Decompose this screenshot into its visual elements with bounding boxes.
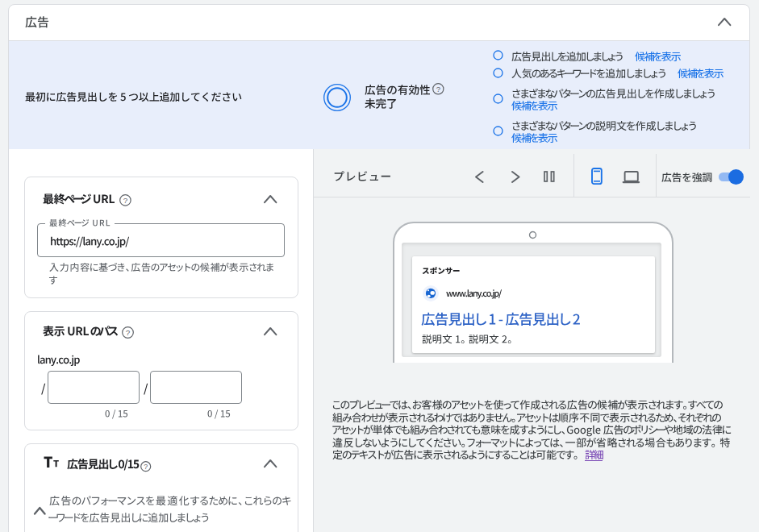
svg-text:?: ? <box>123 196 128 205</box>
svg-text:?: ? <box>126 328 131 337</box>
svg-text:?: ? <box>144 463 148 471</box>
svg-text:?: ? <box>436 85 440 94</box>
